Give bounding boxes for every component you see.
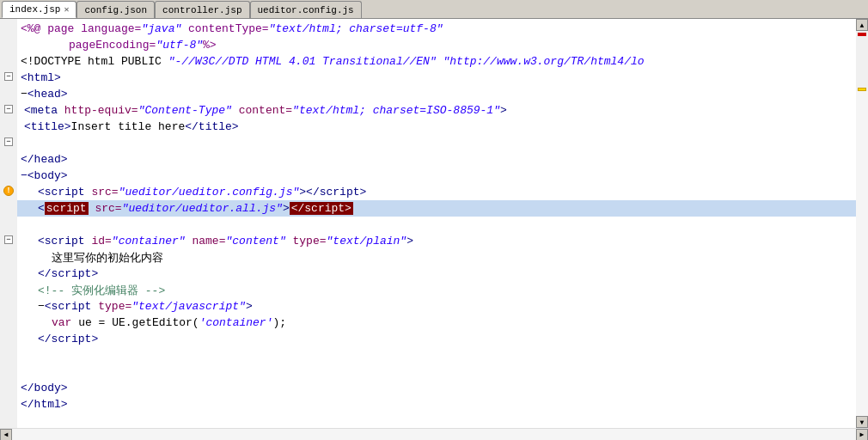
horizontal-scroll-track[interactable] [12,429,856,441]
code-line-13 [17,217,856,233]
code-line-21 [17,347,856,364]
scroll-left-button[interactable]: ◀ [0,429,12,441]
code-line-14: <script id="container" name="content" ty… [17,233,856,249]
code-text: <title> [24,120,71,133]
code-text [21,365,28,378]
code-text: </head> [21,153,68,166]
tab-index-jsp[interactable]: index.jsp ✕ [2,1,76,18]
bottom-bar: ◀ ▶ [0,428,868,440]
warning-icon: ! [3,186,14,196]
tab-label: index.jsp [9,4,60,15]
code-line-10: −<body> [17,168,856,184]
code-lines: <%@ page language="java" contentType="te… [17,19,856,414]
tab-label: ueditor.config.js [258,5,354,15]
code-text: </html> [21,398,68,411]
code-line-17: <!-- 实例化编辑器 --> [17,282,856,298]
code-line-6: <meta http-equiv="Content-Type" content=… [17,102,856,119]
fold-marker-html[interactable]: − [0,68,17,84]
code-text: </body> [21,382,68,394]
code-text: 这里写你的初始化内容 [52,250,163,266]
scroll-right-button[interactable]: ▶ [856,429,868,441]
code-text [21,218,28,231]
tab-ueditor-config-js[interactable]: ueditor.config.js [250,1,362,18]
code-line-9: </head> [17,151,856,168]
code-line-3: <!DOCTYPE html PUBLIC "-//W3C//DTD HTML … [17,53,856,70]
code-line-2: pageEncoding="utf-8"%> [17,37,856,53]
code-text: contentType= [181,22,268,35]
code-text: <meta [24,104,64,117]
fold-icon[interactable]: − [4,235,13,244]
code-text: pageEncoding="utf-8"%> [21,39,217,52]
code-text: "text/html; charset=utf-8" [269,22,443,35]
code-line-8 [17,135,856,151]
code-line-12-highlighted: <script src="ueditor/ueditor.all.js"></s… [17,200,856,217]
code-line-15: 这里写你的初始化内容 [17,249,856,266]
code-text [21,349,28,362]
code-text: </script> [290,202,353,215]
code-text: − [38,300,45,313]
editor-area: ! − − − − <%@ page language="java" conte… [0,19,868,428]
tab-label: config.json [84,5,147,15]
code-text: <script [38,186,91,199]
error-annotation [858,33,866,36]
code-text: <!-- 实例化编辑器 --> [38,283,165,298]
fold-marker-script[interactable]: − [0,231,17,248]
code-text: −<head> [21,88,68,101]
fold-marker-body[interactable]: − [0,133,17,150]
code-text: −<body> [21,169,68,182]
scroll-up-button[interactable]: ▲ [856,19,868,31]
code-line-5: −<head> [17,86,856,102]
fold-icon[interactable]: − [4,72,13,81]
left-gutter: ! − − − − [0,19,17,428]
tab-close-icon[interactable]: ✕ [64,4,69,15]
fold-marker-head[interactable]: − [0,101,17,117]
code-line-7: <title>Insert title here</title> [17,119,856,135]
code-text: <%@ page language= [21,22,141,35]
tab-controller-jsp[interactable]: controller.jsp [155,1,249,18]
code-text: <html> [21,71,61,84]
scroll-track-right[interactable] [856,91,868,416]
tab-config-json[interactable]: config.json [76,1,155,18]
code-text: <!DOCTYPE html PUBLIC [21,55,168,68]
code-text: </script> [38,333,98,345]
tab-bar: index.jsp ✕ config.json controller.jsp u… [0,0,868,19]
warning-marker-line11: ! [0,182,17,199]
code-line-24: </html> [17,396,856,412]
code-text: </script> [38,267,98,280]
code-line-1: <%@ page language="java" contentType="te… [17,21,856,37]
code-text: var [52,316,71,329]
code-line-11: <script src="ueditor/ueditor.config.js">… [17,184,856,200]
tab-label: controller.jsp [162,5,241,15]
code-line-16: </script> [17,266,856,282]
code-text: <script [38,235,91,248]
annotation-bar: ▲ ▼ [856,19,868,428]
code-text: < [38,202,45,215]
code-line-18: −<script type="text/javascript"> [17,298,856,315]
code-line-23: </body> [17,380,856,396]
code-line-4: <html> [17,70,856,86]
code-text [21,137,28,150]
scroll-down-button[interactable]: ▼ [856,416,868,428]
code-text: script [45,202,89,215]
code-line-20: </script> [17,331,856,347]
fold-icon[interactable]: − [4,105,13,113]
code-line-19: var ue = UE.getEditor('container'); [17,315,856,331]
code-text: "java" [141,22,181,35]
fold-icon[interactable]: − [4,138,13,146]
code-line-22 [17,364,856,380]
code-editor[interactable]: <%@ page language="java" contentType="te… [17,19,856,428]
